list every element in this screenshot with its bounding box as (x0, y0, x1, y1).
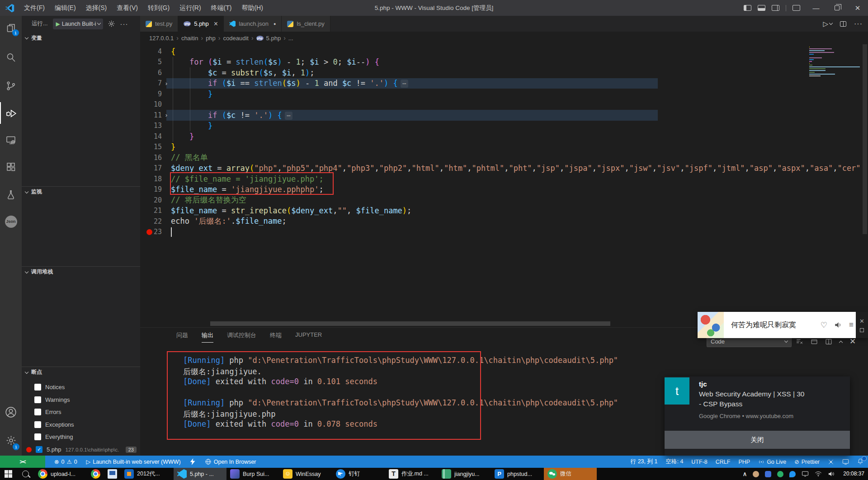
eol[interactable]: CRLF (716, 459, 731, 465)
fold-chevron-icon[interactable]: › (162, 80, 171, 87)
maximize-panel-icon[interactable] (839, 340, 843, 344)
code-line-20[interactable]: 20// 将后缀名替换为空 (140, 195, 868, 206)
language-mode[interactable]: PHP (738, 459, 750, 465)
split-panel-icon[interactable] (825, 338, 832, 345)
breakpoint-toggle-Notices[interactable]: Notices (22, 381, 140, 393)
code-line-10[interactable]: 10 (140, 99, 868, 110)
breadcrumb-item[interactable]: chaitin (181, 35, 198, 42)
tab-launch.json[interactable]: launch.json● (224, 16, 282, 32)
phpstudy-status[interactable] (190, 458, 196, 465)
code-line-14[interactable]: 14 } (140, 131, 868, 142)
toast-notification[interactable]: t tjc Web Security Academy | XSS | 30 - … (665, 376, 850, 456)
prettier-status[interactable]: ⊘ Prettier (794, 458, 820, 465)
pin-icon[interactable] (860, 328, 864, 332)
feedback-icon[interactable] (842, 459, 849, 465)
go-live[interactable]: Go Live (758, 459, 786, 465)
remote-indicator[interactable]: >< (0, 456, 45, 468)
checkbox-unchecked[interactable] (34, 421, 41, 428)
checkbox-unchecked[interactable] (34, 409, 41, 415)
menu-编辑(E)[interactable]: 编辑(E) (50, 0, 81, 16)
close-icon[interactable]: ✕ (859, 318, 864, 325)
tray-expand-icon[interactable]: ∧ (743, 471, 747, 477)
tray-wifi-icon[interactable] (815, 471, 822, 477)
taskbar-app-phpstud...[interactable]: Pphpstud... (491, 468, 544, 480)
checkbox-unchecked[interactable] (34, 384, 41, 391)
notifications-bell[interactable] (857, 458, 863, 466)
breakpoint-toggle-Exceptions[interactable]: Exceptions (22, 419, 140, 431)
code-line-22[interactable]: 22echo '后缀名:'.$file_name; (140, 216, 868, 227)
menu-终端(T)[interactable]: 终端(T) (206, 0, 237, 16)
code-line-5[interactable]: 5 for ($i = strlen($s) - 1; $i > 0; $i--… (140, 57, 868, 68)
editor-vertical-scrollbar[interactable] (863, 44, 867, 234)
code-line-11[interactable]: 11› if ($c != '.') {⋯ (140, 110, 868, 121)
toggle-sidebar-icon[interactable] (744, 5, 751, 11)
toggle-secondary-sidebar-icon[interactable] (772, 5, 779, 11)
tray-wechat-icon[interactable] (777, 471, 783, 477)
taskbar-app-jiangjiyu...[interactable]: jiangjiyu... (438, 468, 491, 480)
sidebar-item-search[interactable] (0, 47, 22, 68)
checkbox-unchecked[interactable] (34, 396, 41, 403)
menu-转到(G)[interactable]: 转到(G) (143, 0, 175, 16)
breakpoint-toggle-Errors[interactable]: Errors (22, 406, 140, 418)
minimap[interactable] (809, 46, 862, 79)
more-actions-icon[interactable]: ··· (120, 20, 128, 28)
customize-layout-icon[interactable] (793, 5, 800, 11)
breadcrumb-item[interactable]: codeaudit (223, 35, 249, 42)
sidebar-item-extensions[interactable] (0, 156, 22, 178)
breadcrumb-item[interactable]: 127.0.0.1 (149, 35, 174, 42)
start-button[interactable] (5, 470, 12, 478)
menu-文件(F)[interactable]: 文件(F) (19, 0, 50, 16)
taskbar-app-Burp Sui...[interactable]: Burp Sui... (226, 468, 279, 480)
breakpoint-toggle-Warnings[interactable]: Warnings (22, 394, 140, 406)
sidebar-item-explorer[interactable]: 1 (0, 17, 22, 39)
launch-config-dropdown[interactable]: ▶ Launch Built-i (53, 19, 103, 29)
breakpoint-checkbox[interactable]: ✓ (36, 446, 42, 453)
code-line-7[interactable]: 7› if ($i == strlen($s) - 1 and $c != '.… (140, 78, 868, 89)
start-debug-icon[interactable]: ▶ (56, 21, 60, 27)
taskbar-clock[interactable]: 20:08:37 (843, 471, 864, 477)
menu-帮助(H)[interactable]: 帮助(H) (236, 0, 268, 16)
tools-icon[interactable] (828, 459, 834, 465)
panel-tab-JUPYTER[interactable]: JUPYTER (295, 331, 322, 343)
clear-output-icon[interactable] (796, 338, 803, 345)
code-editor[interactable]: 4{5 for ($i = strlen($s) - 1; $i > 0; $i… (140, 44, 868, 327)
close-tab-icon[interactable]: × (214, 20, 218, 28)
taskbar-app-upload-l...[interactable]: upload-l... (34, 468, 87, 480)
tray-app-icon[interactable] (789, 471, 796, 477)
code-line-23[interactable]: 23 (140, 227, 868, 238)
sidebar-item-json[interactable]: Json (0, 211, 22, 232)
breadcrumb-tail[interactable]: ... (288, 35, 293, 42)
debug-gear-icon[interactable] (108, 20, 115, 28)
sidebar-item-testing[interactable] (0, 184, 22, 206)
tray-app-icon[interactable] (765, 471, 771, 477)
taskbar-app-WinEssay[interactable]: ☺WinEssay (279, 468, 332, 480)
panel-tab-调试控制台[interactable]: 调试控制台 (227, 331, 256, 343)
editor-horizontal-scrollbar[interactable] (210, 321, 610, 326)
taskbar-app-作业.md ...[interactable]: T作业.md ... (385, 468, 438, 480)
sidebar-item-remote-explorer[interactable] (0, 129, 22, 151)
tray-display-icon[interactable] (802, 471, 809, 477)
taskbar-app-钉钉[interactable]: 钉钉 (332, 468, 385, 480)
section-breakpoints[interactable]: 断点 (22, 367, 140, 377)
encoding[interactable]: UTF-8 (691, 459, 707, 465)
taskbar-app-微信[interactable]: 微信 (544, 468, 597, 480)
taskbar-app-5.php - ...[interactable]: 5.php - ... (174, 468, 226, 480)
taskbar-app-vm[interactable] (104, 468, 121, 480)
code-line-21[interactable]: 21$file_name = str_ireplace($deny_ext,""… (140, 206, 868, 216)
menu-运行(R)[interactable]: 运行(R) (175, 0, 206, 16)
panel-tab-输出[interactable]: 输出 (202, 331, 213, 343)
music-notification[interactable]: 何苦为难呢只剩寂寞 ♡ ≡ ✕ (698, 312, 868, 338)
open-in-browser[interactable]: Open In Browser (205, 458, 256, 465)
fold-chevron-icon[interactable]: › (162, 112, 171, 118)
indentation[interactable]: 空格: 4 (665, 458, 683, 466)
sidebar-item-source-control[interactable] (0, 75, 22, 97)
split-editor-icon[interactable] (840, 21, 846, 27)
panel-tab-问题[interactable]: 问题 (176, 331, 188, 343)
volume-icon[interactable] (834, 321, 842, 329)
open-window-icon[interactable] (811, 338, 818, 345)
menu-选择(S)[interactable]: 选择(S) (81, 0, 112, 16)
code-line-15[interactable]: 15} (140, 142, 868, 153)
toast-close-button[interactable]: 关闭 (665, 431, 850, 449)
section-watch[interactable]: 监视 (22, 186, 140, 197)
section-call-stack[interactable]: 调用堆栈 (22, 266, 140, 277)
